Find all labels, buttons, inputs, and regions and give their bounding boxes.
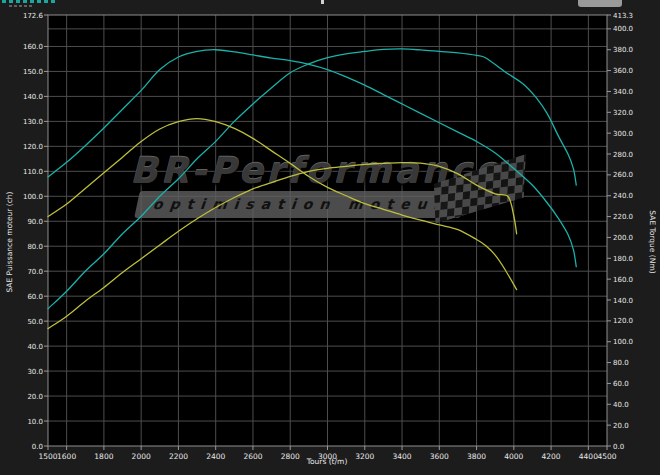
svg-text:220.0: 220.0 [613, 213, 633, 221]
clipped-toolbar-button-fragment[interactable] [578, 0, 622, 7]
svg-text:3400: 3400 [392, 452, 411, 461]
dyno-chart-page: { "palette": { "background": "#1c1c1c", … [0, 0, 660, 475]
svg-text:120.0: 120.0 [23, 143, 43, 151]
svg-text:20.0: 20.0 [27, 393, 43, 401]
svg-text:120.0: 120.0 [613, 317, 633, 325]
svg-text:40.0: 40.0 [27, 343, 43, 351]
svg-text:100.0: 100.0 [23, 193, 43, 201]
svg-text:40.0: 40.0 [613, 401, 629, 409]
svg-text:360.0: 360.0 [613, 67, 633, 75]
svg-text:4400: 4400 [579, 452, 598, 461]
svg-text:380.0: 380.0 [613, 46, 633, 54]
svg-text:100.0: 100.0 [613, 338, 633, 346]
svg-text:70.0: 70.0 [27, 268, 43, 276]
svg-text:20.0: 20.0 [613, 422, 629, 430]
svg-text:2200: 2200 [169, 452, 188, 461]
svg-text:60.0: 60.0 [27, 293, 43, 301]
svg-text:1600: 1600 [57, 452, 76, 461]
svg-text:80.0: 80.0 [613, 359, 629, 367]
svg-text:140.0: 140.0 [613, 297, 633, 305]
svg-text:110.0: 110.0 [23, 168, 43, 176]
svg-text:3800: 3800 [467, 452, 486, 461]
dyno-chart-grid: 172.6160.0150.0140.0130.0120.0110.0100.0… [0, 0, 660, 475]
svg-text:2800: 2800 [281, 452, 300, 461]
svg-text:140.0: 140.0 [23, 93, 43, 101]
svg-text:4200: 4200 [542, 452, 561, 461]
svg-text:3000: 3000 [318, 452, 337, 461]
svg-text:50.0: 50.0 [27, 318, 43, 326]
svg-text:260.0: 260.0 [613, 171, 633, 179]
svg-text:2000: 2000 [132, 452, 151, 461]
svg-text:300.0: 300.0 [613, 130, 633, 138]
svg-text:1800: 1800 [94, 452, 113, 461]
svg-text:3200: 3200 [355, 452, 374, 461]
svg-text:240.0: 240.0 [613, 192, 633, 200]
svg-text:2400: 2400 [206, 452, 225, 461]
svg-text:130.0: 130.0 [23, 118, 43, 126]
svg-text:30.0: 30.0 [27, 368, 43, 376]
svg-text:280.0: 280.0 [613, 151, 633, 159]
svg-text:413.3: 413.3 [613, 12, 633, 20]
svg-text:60.0: 60.0 [613, 380, 629, 388]
svg-text:160.0: 160.0 [23, 43, 43, 51]
svg-text:400.0: 400.0 [613, 25, 633, 33]
svg-text:180.0: 180.0 [613, 255, 633, 263]
svg-text:320.0: 320.0 [613, 109, 633, 117]
svg-text:172.6: 172.6 [23, 12, 44, 20]
svg-text:80.0: 80.0 [27, 243, 43, 251]
svg-text:160.0: 160.0 [613, 276, 633, 284]
svg-text:3600: 3600 [430, 452, 449, 461]
svg-text:0.0: 0.0 [32, 443, 43, 451]
svg-text:150.0: 150.0 [23, 68, 43, 76]
svg-text:340.0: 340.0 [613, 88, 633, 96]
svg-text:2600: 2600 [243, 452, 262, 461]
svg-text:90.0: 90.0 [27, 218, 43, 226]
svg-text:4000: 4000 [504, 452, 523, 461]
svg-text:4500: 4500 [597, 452, 616, 461]
svg-text:200.0: 200.0 [613, 234, 633, 242]
svg-text:1500: 1500 [38, 452, 57, 461]
svg-text:10.0: 10.0 [27, 418, 43, 426]
svg-text:0.0: 0.0 [613, 443, 624, 451]
